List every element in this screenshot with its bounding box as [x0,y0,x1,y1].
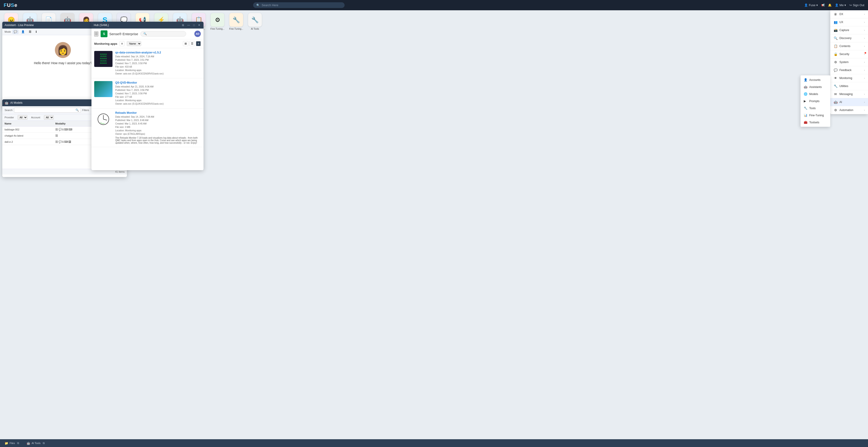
app-icon-aitools[interactable]: 🔧 AI Tools [247,13,264,30]
item-thumbnail-1: 01010101010101010101010101010101010 [94,51,113,67]
app-icon-finetuning1[interactable]: ⚙ Fine-Tuning... [209,13,226,30]
hub-win-controls: ⧉ — □ ✕ [181,23,201,27]
minimize-hub-icon[interactable]: — [186,23,191,27]
modality-branch-icon-3: ⛓ [55,140,58,143]
models-search-input[interactable] [16,109,74,111]
table-view-button[interactable]: ☰ [189,41,195,46]
hub-title: Hub (SAML) [94,24,109,27]
monitoring-apps-label: Monitoring apps [94,42,117,45]
models-search-box[interactable]: 🔍 [14,108,81,113]
modality-img-icon-3: 🖼 [68,140,71,143]
hub-toolbar: ☰ S Sense® Enterprise AD [91,29,204,39]
modality-chat-icon: 💬 [59,128,62,131]
item-thumbnail-2 [94,81,113,97]
modality-info-icon: ℹ [62,128,64,131]
list-item[interactable]: QS-QVD-Monitor Data reloaded: Apr 21, 20… [91,78,204,108]
item-meta-3: Data reloaded: Sep 14, 2024, 7:08 AM Pub… [115,115,201,136]
model-name-1: babbage-002 [2,127,53,133]
hub-avatar: AD [194,31,201,37]
hub-logo: S Sense® Enterprise [101,30,138,37]
item-meta-1: Data reloaded: Sep 14, 2024, 7:16 AM Pub… [115,55,201,75]
col-name: Name [2,121,53,127]
item-title-3: Reloads Monitor [115,111,201,114]
modality-kb-icon-3: ⌨ [64,140,68,143]
svg-line-2 [103,119,107,120]
hub-menu-button[interactable]: ☰ [94,31,98,37]
qlik-sense-label: Sense® Enterprise [109,32,138,36]
hub-subheader: Monitoring apps ≡ Name ⊞ ☰ ≡ [91,39,204,48]
hub-search-input[interactable] [141,31,186,37]
modality-kb-icon: ⌨ [68,128,72,131]
mode-label: Mode [5,30,11,33]
view-buttons: ⊞ ☰ ≡ [183,41,201,46]
provider-label: Provider [5,116,14,119]
app-icon-finetuning2[interactable]: 🔧 Fine-Tuning... [228,13,245,30]
avatar: 👩 [55,42,71,58]
modality-chat-icon-3: 💬 [59,140,62,143]
assistant-title: Assistant - Lisa Preview [5,24,34,27]
maximize-hub-icon[interactable]: □ [192,23,196,27]
grid-view-button[interactable]: ⊞ [183,41,188,46]
account-select[interactable]: All [44,115,54,120]
search-label: Search [5,109,12,111]
filters-label: Filters [82,109,89,111]
restore-hub-icon[interactable]: ⧉ [181,23,185,27]
app-logo: FUSe [4,2,18,8]
model-name-3: dall-e-2 [2,139,53,145]
search-icon: 🔍 [256,4,260,7]
list-item[interactable]: Reloads Monitor Data reloaded: Sep 14, 2… [91,108,204,147]
mode-chat-button[interactable]: 💬 [12,30,19,34]
mode-info-button[interactable]: ℹ [34,30,38,34]
item-meta-2: Data reloaded: Apr 21, 2020, 8:36 AM Pub… [115,85,201,106]
mode-network-button[interactable]: ⛓ [27,30,33,34]
list-view-button[interactable]: ≡ [196,41,201,46]
item-info-1: qs-data-connection-analyzer-v1.5.2 Data … [115,51,201,75]
sort-select[interactable]: Name [127,41,141,46]
model-name-2: chatgpt-4o-latest [2,133,53,139]
modality-branch-icon-2: ⛓ [55,134,58,137]
sort-button[interactable]: ≡ [120,41,124,46]
mode-person-button[interactable]: 👤 [20,30,26,34]
item-title-2: QS-QVD-Monitor [115,81,201,84]
search-bar[interactable]: 🔍 [253,2,345,8]
search-input[interactable] [261,3,341,7]
provider-select[interactable]: All [18,115,27,120]
item-title-1: qs-data-connection-analyzer-v1.5.2 [115,51,201,54]
account-label: Account [31,116,40,119]
item-thumbnail-3 [94,111,113,127]
modality-info-icon-3: ℹ [62,140,64,143]
item-info-2: QS-QVD-Monitor Data reloaded: Apr 21, 20… [115,81,201,106]
hub-window: Hub (SAML) ⧉ — □ ✕ ☰ S Sense® Enterprise… [91,22,204,170]
hub-titlebar: Hub (SAML) ⧉ — □ ✕ [91,22,204,29]
hub-content: 01010101010101010101010101010101010 qs-d… [91,48,204,170]
modality-key-icon: ⌨ [64,128,68,131]
list-item[interactable]: 01010101010101010101010101010101010 qs-d… [91,48,204,78]
modality-branch-icon: ⛓ [55,128,58,131]
models-total: 41 items [115,170,125,173]
greeting-text: Hello there! How may I assist you today? [34,61,92,65]
top-nav: FUSe 🔍 👤 Fuse ▾ 📢 🔔 👤 Me ▾ ↪ Sign Out [0,0,434,10]
models-title: AI Models [10,101,23,104]
item-desc-3: The Reloads Monitor 7.18 loads and visua… [115,137,201,144]
item-info-3: Reloads Monitor Data reloaded: Sep 14, 2… [115,111,201,144]
close-hub-icon[interactable]: ✕ [197,23,201,27]
qlik-logo-icon: S [101,30,107,37]
search-icon-2: 🔍 [75,108,79,112]
main-content: 😠 Messages(... 🤖 Roger · Ass... 📄 🤖 👩 S [0,10,434,224]
